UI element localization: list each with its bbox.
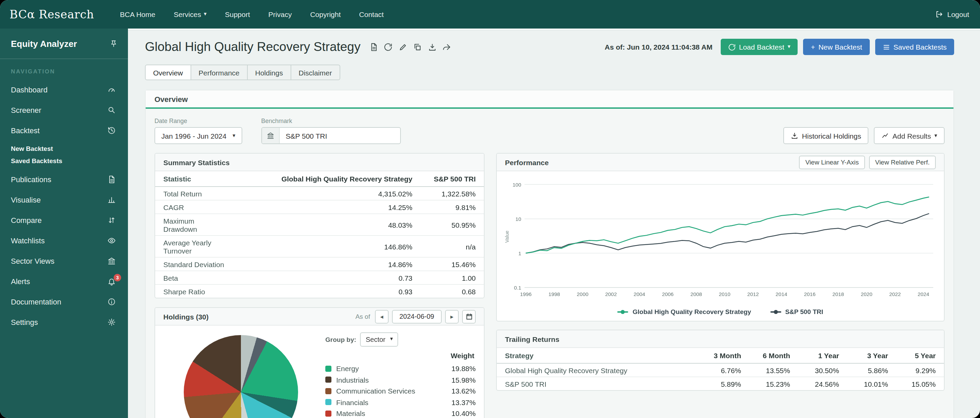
- sidebar-item-dashboard[interactable]: Dashboard: [0, 79, 128, 100]
- sidebar-item-watchlists[interactable]: Watchlists: [0, 230, 128, 251]
- overview-section: Overview Date Range Jan 1996 - Jun 2024 …: [145, 90, 954, 418]
- topnav-support[interactable]: Support: [225, 10, 250, 18]
- svg-text:1998: 1998: [549, 291, 560, 297]
- sidebar: Equity Analyzer NAVIGATION Dashboard Scr…: [0, 28, 128, 418]
- table-row: Maximum Drawdown48.03%50.95%: [155, 214, 484, 236]
- sidebar-item-sector-views[interactable]: Sector Views: [0, 251, 128, 271]
- calendar-icon: [465, 313, 473, 320]
- linear-yaxis-button[interactable]: View Linear Y-Axis: [799, 155, 865, 169]
- saved-backtests-button[interactable]: Saved Backtests: [875, 39, 954, 55]
- trailing-returns-table: Strategy 3 Month 6 Month 1 Year 3 Year 5…: [497, 348, 944, 390]
- tab-disclaimer[interactable]: Disclaimer: [290, 65, 340, 80]
- new-backtest-button[interactable]: + New Backtest: [803, 39, 870, 55]
- sidebar-header: Equity Analyzer: [0, 28, 128, 59]
- sidebar-item-visualise[interactable]: Visualise: [0, 190, 128, 210]
- holdings-card: Holdings (30) As of ◂ 2024-06-09 ▸: [154, 307, 485, 418]
- eye-icon: [108, 236, 116, 245]
- svg-text:2004: 2004: [633, 291, 646, 297]
- y-axis-label: Value: [504, 230, 510, 243]
- bank-icon: [262, 128, 280, 143]
- holdings-pie: [184, 335, 298, 418]
- svg-text:100: 100: [512, 182, 521, 188]
- topnav-privacy[interactable]: Privacy: [269, 10, 292, 18]
- holdings-asof-label: As of: [355, 313, 370, 320]
- group-by-label: Group by:: [325, 336, 356, 343]
- pin-icon[interactable]: [110, 40, 118, 48]
- chart-legend: Global High Quality Recovery Strategy S&…: [504, 306, 937, 321]
- table-row: Average Yearly Turnover146.86%n/a: [155, 236, 484, 257]
- sidebar-subitem-new-backtest[interactable]: New Backtest: [0, 142, 128, 154]
- search-icon: [108, 106, 116, 114]
- next-date-button[interactable]: ▸: [445, 310, 459, 323]
- svg-text:1996: 1996: [520, 291, 531, 297]
- add-results-button[interactable]: Add Results ▾: [874, 127, 945, 144]
- date-range-select[interactable]: Jan 1996 - Jun 2024 ▾: [154, 127, 242, 144]
- svg-text:1: 1: [518, 250, 521, 256]
- historical-holdings-button[interactable]: Historical Holdings: [784, 127, 869, 144]
- strategy-line: [526, 197, 929, 253]
- share-icon[interactable]: [442, 43, 451, 51]
- caret-down-icon: ▾: [788, 44, 791, 50]
- download-icon[interactable]: [428, 43, 436, 51]
- benchmark-input[interactable]: S&P 500 TRI: [261, 127, 401, 144]
- svg-text:2024: 2024: [918, 291, 930, 297]
- report-icon[interactable]: [369, 43, 378, 51]
- tab-performance[interactable]: Performance: [191, 65, 248, 80]
- sidebar-item-screener[interactable]: Screener: [0, 100, 128, 120]
- sidebar-subitem-saved-backtests[interactable]: Saved Backtests: [0, 154, 128, 166]
- summary-statistics-table: Statistic Global High Quality Recovery S…: [155, 171, 484, 298]
- sidebar-item-alerts[interactable]: Alerts 3: [0, 271, 128, 291]
- top-navigation: BCA Home Services▾ Support Privacy Copyr…: [120, 10, 384, 18]
- summary-statistics-title: Summary Statistics: [155, 154, 484, 171]
- page-content: Global High Quality Recovery Strategy As…: [128, 30, 980, 418]
- history-icon: [108, 127, 116, 135]
- svg-text:2002: 2002: [605, 291, 617, 297]
- table-row: Global High Quality Recovery Strategy6.7…: [497, 363, 944, 377]
- alerts-badge: 3: [114, 274, 121, 281]
- svg-text:10: 10: [515, 216, 521, 222]
- caret-down-icon: ▾: [233, 133, 235, 138]
- duplicate-icon[interactable]: [413, 43, 422, 51]
- logout-icon: [935, 10, 943, 18]
- prev-date-button[interactable]: ◂: [375, 310, 388, 323]
- sidebar-item-publications[interactable]: Publications: [0, 169, 128, 190]
- holdings-date[interactable]: 2024-06-09: [392, 310, 442, 323]
- line-chart-icon: [882, 132, 889, 139]
- legend-swatch: [325, 377, 331, 383]
- caret-down-icon: ▾: [390, 336, 393, 342]
- sidebar-item-compare[interactable]: Compare: [0, 210, 128, 230]
- load-backtest-button[interactable]: Load Backtest ▾: [721, 39, 798, 55]
- refresh-icon[interactable]: [384, 43, 392, 51]
- info-icon: [108, 298, 116, 306]
- topnav-copyright[interactable]: Copyright: [310, 10, 340, 18]
- refresh-icon: [728, 43, 736, 51]
- topnav-contact[interactable]: Contact: [359, 10, 383, 18]
- benchmark-label: Benchmark: [261, 117, 401, 124]
- brand-logo: BCα Research: [10, 8, 94, 21]
- overview-section-title: Overview: [146, 90, 953, 109]
- edit-icon[interactable]: [398, 43, 407, 51]
- sidebar-item-settings[interactable]: Settings: [0, 312, 128, 332]
- svg-text:2020: 2020: [861, 291, 872, 297]
- sidebar-item-backtest[interactable]: Backtest: [0, 120, 128, 141]
- topnav-services[interactable]: Services▾: [173, 10, 207, 18]
- tab-holdings[interactable]: Holdings: [247, 65, 291, 80]
- svg-text:2000: 2000: [577, 291, 588, 297]
- download-icon: [791, 132, 799, 139]
- svg-text:2022: 2022: [889, 291, 901, 297]
- sidebar-item-documentation[interactable]: Documentation: [0, 291, 128, 312]
- svg-text:2008: 2008: [690, 291, 702, 297]
- svg-text:0.1: 0.1: [514, 285, 521, 291]
- legend-item-strategy: Global High Quality Recovery Strategy: [617, 308, 751, 315]
- logout-button[interactable]: Logout: [935, 10, 969, 18]
- caret-down-icon: ▾: [204, 11, 207, 17]
- holding-row: Communication Services13.62%: [325, 385, 476, 397]
- group-by-select[interactable]: Sector ▾: [360, 332, 398, 346]
- compare-icon: [108, 216, 116, 224]
- topnav-bca-home[interactable]: BCA Home: [120, 10, 156, 18]
- table-row: Sharpe Ratio0.930.68: [155, 285, 484, 298]
- tab-bar: Overview Performance Holdings Disclaimer: [145, 65, 954, 80]
- tab-overview[interactable]: Overview: [145, 65, 191, 80]
- calendar-button[interactable]: [462, 310, 476, 323]
- relative-perf-button[interactable]: View Relative Perf.: [869, 155, 936, 169]
